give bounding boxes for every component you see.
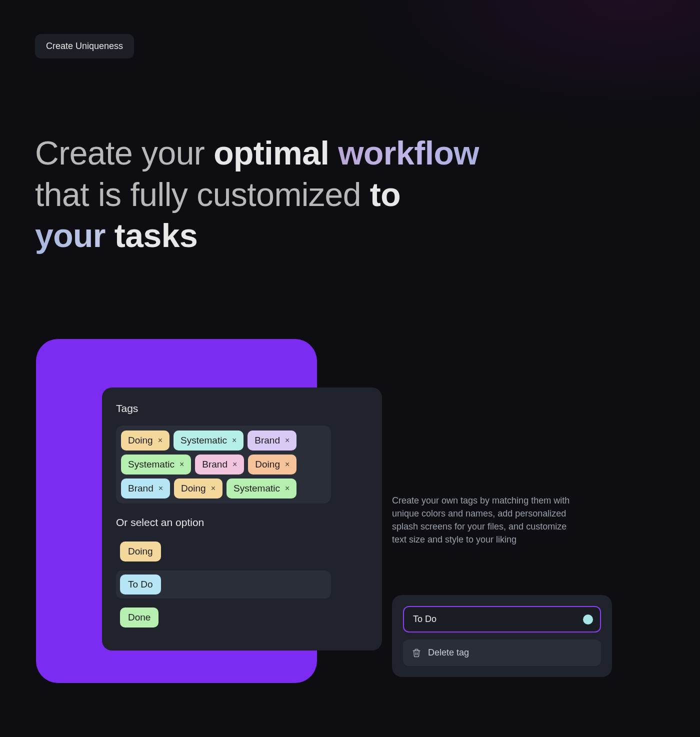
tag-name-value: To Do (413, 614, 436, 624)
headline-text: Create your (35, 134, 214, 172)
tag-option-row[interactable]: Doing (116, 538, 331, 566)
tag-pill-label: Systematic (234, 483, 280, 494)
headline-bold: to (370, 176, 400, 213)
tag-row: Doing×Systematic×Brand× (121, 430, 326, 450)
close-icon[interactable]: × (285, 436, 290, 445)
tag-pill-label: Brand (128, 483, 154, 494)
feature-description: Create your own tags by matching them wi… (392, 494, 582, 546)
tag-name-input[interactable]: To Do (403, 606, 601, 632)
close-icon[interactable]: × (232, 460, 237, 469)
tag-pill[interactable]: Systematic× (226, 478, 296, 498)
close-icon[interactable]: × (285, 484, 290, 493)
close-icon[interactable]: × (232, 436, 236, 445)
trash-icon (412, 648, 421, 658)
headline: Create your optimal workflow that is ful… (35, 132, 479, 256)
headline-bold: optimal (214, 134, 338, 172)
tag-pill[interactable]: Doing× (248, 454, 296, 474)
tag-option-row[interactable]: To Do (116, 570, 331, 598)
tags-panel: Tags Doing×Systematic×Brand×Systematic×B… (102, 388, 382, 650)
close-icon[interactable]: × (158, 484, 163, 493)
headline-text: that is fully customized (35, 176, 370, 213)
tag-pill-label: Doing (255, 459, 280, 470)
tag-option-pill: Doing (120, 542, 161, 562)
tag-pill[interactable]: Systematic× (174, 430, 244, 450)
tag-pill[interactable]: Brand× (248, 430, 296, 450)
tag-pill[interactable]: Doing× (174, 478, 222, 498)
tag-pill-label: Brand (202, 459, 228, 470)
tag-option-pill: To Do (120, 574, 161, 594)
tag-pill-label: Systematic (180, 435, 227, 446)
delete-tag-button[interactable]: Delete tag (403, 640, 601, 666)
tag-row: Systematic×Brand×Doing× (121, 454, 326, 474)
tag-pill-label: Systematic (128, 459, 174, 470)
create-uniqueness-badge: Create Uniqueness (35, 34, 134, 58)
headline-bold: tasks (114, 217, 198, 254)
tags-panel-title: Tags (116, 402, 368, 414)
close-icon[interactable]: × (180, 460, 184, 469)
edit-tag-card: To Do Delete tag (392, 595, 612, 677)
tag-row: Brand×Doing×Systematic× (121, 478, 326, 498)
tag-pill[interactable]: Systematic× (121, 454, 191, 474)
tag-pill[interactable]: Brand× (195, 454, 244, 474)
tag-pill[interactable]: Brand× (121, 478, 170, 498)
tag-option-row[interactable]: Done (116, 604, 331, 632)
select-option-label: Or select an option (116, 516, 368, 528)
headline-gradient: your (35, 217, 114, 254)
tag-pill[interactable]: Doing× (121, 430, 170, 450)
close-icon[interactable]: × (211, 484, 216, 493)
tag-option-pill: Done (120, 608, 158, 628)
tag-pill-label: Doing (181, 483, 206, 494)
close-icon[interactable]: × (285, 460, 290, 469)
color-swatch[interactable] (583, 614, 593, 624)
tag-pill-label: Brand (254, 435, 280, 446)
tag-pill-label: Doing (128, 435, 153, 446)
headline-gradient: workflow (338, 134, 479, 172)
close-icon[interactable]: × (158, 436, 162, 445)
tags-list: Doing×Systematic×Brand×Systematic×Brand×… (116, 426, 331, 504)
delete-tag-label: Delete tag (428, 648, 469, 658)
